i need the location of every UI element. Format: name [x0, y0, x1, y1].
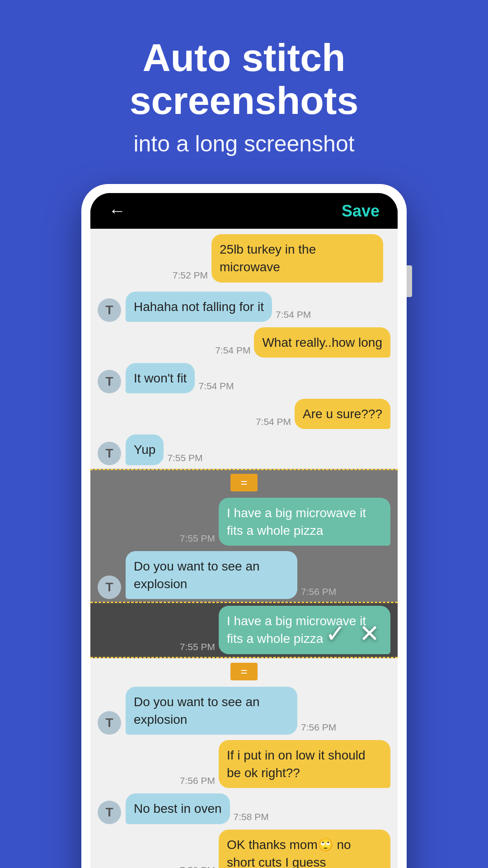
back-button[interactable]: ← [108, 201, 126, 221]
avatar-t3: T [98, 442, 121, 465]
chat-row-yup: T Yup 7:55 PM [90, 432, 398, 467]
bubble-explosion2: Do you want to see an explosion [126, 687, 297, 735]
stitch-region-top: = 7:55 PM I have a big microwave it fits… [90, 469, 398, 658]
chat-area: 7:52 PM 25lb turkey in the microwave T H… [90, 229, 398, 868]
chat-row-hahaha: T Hahaha not falling for it 7:54 PM [90, 289, 398, 325]
reject-stitch-button[interactable]: ✕ [359, 619, 380, 648]
stitch-marker-1: = [230, 474, 258, 491]
ts-hahaha: 7:54 PM [276, 309, 311, 320]
avatar-t5: T [98, 711, 121, 735]
bubble-bestinoven: No best in oven [126, 793, 230, 824]
accept-stitch-button[interactable]: ✓ [325, 619, 346, 648]
chat-row-lowtemp: 7:56 PM If i put in on low it should be … [90, 737, 398, 791]
chat-row-bestinoven: T No best in oven 7:58 PM [90, 791, 398, 826]
ts-lowtemp: 7:56 PM [180, 775, 215, 786]
timestamp: 7:52 PM [173, 270, 208, 281]
phone-screen: ← Save 7:52 PM 25lb turkey in the microw… [90, 193, 398, 868]
chat-row-explosion2: T Do you want to see an explosion 7:56 P… [90, 684, 398, 737]
chat-row-explosion1: T Do you want to see an explosion 7:56 P… [90, 548, 398, 602]
phone-side-button [407, 265, 412, 297]
ts-explosion1: 7:56 PM [301, 586, 336, 597]
chat-row-whatreally: 7:54 PM What really..how long [90, 325, 398, 360]
chat-row-thanks: 7:58 PM OK thanks mom🙄 no short cuts I g… [90, 827, 398, 868]
avatar-t6: T [98, 801, 121, 824]
bubble-sent: 25lb turkey in the microwave [211, 234, 383, 282]
bubble-explosion1: Do you want to see an explosion [126, 551, 297, 599]
ts-wontfit: 7:54 PM [198, 381, 234, 392]
chat-row-wontfit: T It won't fit 7:54 PM [90, 360, 398, 396]
bubble-hahaha: Hahaha not falling for it [126, 292, 272, 322]
bubble-thanks: OK thanks mom🙄 no short cuts I guess [219, 830, 390, 868]
ts-areusure: 7:54 PM [256, 416, 291, 427]
ts-microwave2: 7:55 PM [180, 642, 215, 652]
ts-whatreally: 7:54 PM [215, 345, 250, 356]
phone-container: ← Save 7:52 PM 25lb turkey in the microw… [0, 184, 488, 868]
bubble-areusure: Are u sure??? [295, 399, 390, 429]
header-section: Auto stitch screenshots into a long scre… [0, 0, 488, 175]
avatar-t2: T [98, 370, 121, 393]
phone-mockup: ← Save 7:52 PM 25lb turkey in the microw… [81, 184, 407, 868]
phone-topbar: ← Save [90, 193, 398, 229]
chat-row-areusure: 7:54 PM Are u sure??? [90, 396, 398, 432]
bubble-wontfit: It won't fit [126, 363, 195, 393]
header-subtitle: into a long screenshot [27, 131, 461, 157]
chat-row-microwave1: 7:55 PM I have a big microwave it fits a… [90, 495, 398, 548]
bubble-whatreally: What really..how long [254, 327, 390, 358]
bubble-yup: Yup [126, 434, 164, 465]
stitch-marker-2: = [230, 663, 258, 680]
ts-yup: 7:55 PM [167, 453, 202, 463]
chat-message-1: 7:52 PM 25lb turkey in the microwave [98, 231, 390, 285]
stitch-controls: ✓ ✕ [325, 619, 380, 648]
ts-microwave1: 7:55 PM [180, 533, 215, 544]
avatar-t4: T [98, 576, 121, 599]
avatar-t: T [98, 298, 121, 322]
save-button[interactable]: Save [342, 202, 380, 221]
bubble-lowtemp: If i put in on low it should be ok right… [219, 740, 390, 788]
bubble-microwave1: I have a big microwave it fits a whole p… [219, 498, 390, 546]
ts-explosion2: 7:56 PM [301, 722, 336, 733]
ts-bestinoven: 7:58 PM [234, 811, 269, 822]
ts-thanks: 7:58 PM [180, 865, 215, 868]
header-title: Auto stitch screenshots [27, 36, 461, 122]
